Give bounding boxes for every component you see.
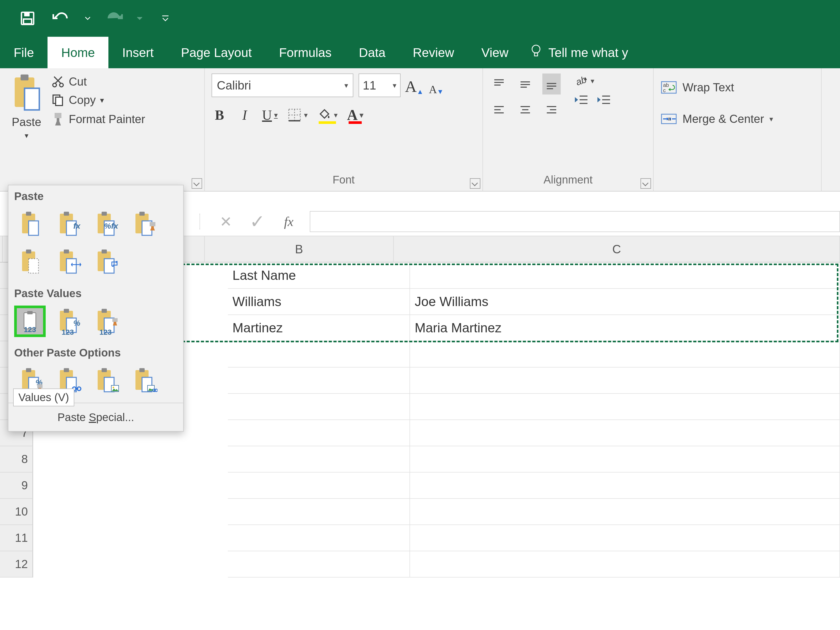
row-header[interactable]: 9: [0, 472, 33, 499]
copy-dropdown[interactable]: ▾: [100, 96, 104, 105]
align-center-button[interactable]: [516, 100, 534, 121]
paste-special-menuitem[interactable]: Paste Special...: [8, 405, 183, 431]
tab-data[interactable]: Data: [345, 37, 399, 68]
formula-cancel-button[interactable]: ✕: [210, 212, 242, 231]
wrap-text-button[interactable]: abc Wrap Text: [660, 76, 814, 99]
copy-button[interactable]: Copy ▾: [51, 93, 145, 107]
paste-keep-col-width-button[interactable]: [52, 246, 84, 278]
svg-rect-71: [27, 311, 33, 314]
cell[interactable]: [410, 446, 840, 472]
quick-access-toolbar: [0, 0, 840, 37]
align-top-button[interactable]: [490, 74, 508, 95]
cell[interactable]: [228, 499, 410, 525]
paste-values-number-fmt-button[interactable]: %123: [52, 306, 84, 337]
cell[interactable]: [410, 394, 840, 420]
cell[interactable]: [410, 499, 840, 525]
tab-insert[interactable]: Insert: [108, 37, 167, 68]
decrease-indent-button[interactable]: [574, 93, 589, 107]
customize-qat-button[interactable]: [162, 15, 169, 22]
paste-dropdown-caret[interactable]: ▾: [25, 131, 28, 140]
grow-font-button[interactable]: A▲: [406, 75, 423, 96]
tab-page-layout[interactable]: Page Layout: [167, 37, 265, 68]
undo-button[interactable]: [50, 6, 74, 30]
cell[interactable]: [410, 551, 840, 578]
paste-no-borders-button[interactable]: [14, 246, 46, 278]
row-header[interactable]: 8: [0, 446, 33, 472]
cell[interactable]: [228, 420, 410, 446]
paste-button[interactable]: Paste ▾: [7, 74, 46, 140]
shrink-font-button[interactable]: A▼: [428, 75, 445, 96]
align-bottom-button[interactable]: [542, 74, 561, 95]
font-size-combo[interactable]: 11▾: [358, 74, 401, 97]
paste-formulas-button[interactable]: fx: [52, 208, 84, 240]
cell[interactable]: Last Name: [228, 262, 410, 289]
cell[interactable]: Martinez: [228, 315, 410, 341]
cut-button[interactable]: Cut: [51, 75, 145, 88]
cell[interactable]: Maria Martinez: [410, 315, 840, 341]
save-button[interactable]: [16, 6, 39, 30]
column-header-b[interactable]: B: [205, 236, 394, 262]
cell[interactable]: [410, 262, 840, 289]
clipboard-dialog-launcher[interactable]: [192, 178, 202, 189]
paste-picture-button[interactable]: [90, 365, 121, 396]
cell[interactable]: [410, 420, 840, 446]
cell[interactable]: [410, 525, 840, 551]
bold-button[interactable]: B: [212, 104, 227, 125]
merge-center-button[interactable]: a Merge & Center ▾: [660, 107, 814, 131]
tab-home[interactable]: Home: [47, 37, 108, 68]
paste-transpose-button[interactable]: [90, 246, 121, 278]
cell[interactable]: [228, 472, 410, 499]
format-painter-button[interactable]: Format Painter: [51, 112, 145, 126]
tab-file[interactable]: File: [0, 37, 47, 68]
font-dialog-launcher[interactable]: [470, 178, 480, 189]
underline-button[interactable]: U▾: [262, 104, 278, 125]
paste-linked-picture-button[interactable]: [128, 365, 159, 396]
redo-dropdown[interactable]: [136, 15, 143, 22]
increase-indent-button[interactable]: [597, 93, 611, 107]
alignment-group-label: Alignment: [490, 171, 646, 188]
font-color-button[interactable]: A▾: [347, 104, 363, 125]
cell[interactable]: [410, 341, 840, 368]
paste-values-button[interactable]: 123: [14, 306, 46, 337]
merge-center-label: Merge & Center: [682, 112, 764, 125]
align-left-button[interactable]: [490, 100, 508, 121]
fx-icon[interactable]: fx: [273, 214, 305, 229]
redo-button[interactable]: [102, 6, 125, 30]
borders-button[interactable]: ▾: [287, 104, 308, 125]
cell[interactable]: [410, 368, 840, 394]
undo-dropdown[interactable]: [84, 15, 92, 22]
select-all-triangle[interactable]: [0, 236, 3, 262]
paste-all-button[interactable]: [14, 208, 46, 240]
column-header-c[interactable]: C: [394, 236, 840, 262]
align-right-button[interactable]: [542, 100, 561, 121]
cell[interactable]: Williams: [228, 289, 410, 315]
row-header[interactable]: 10: [0, 499, 33, 525]
tab-view[interactable]: View: [468, 37, 522, 68]
align-middle-button[interactable]: [516, 74, 534, 95]
chevron-down-icon: ▾: [769, 115, 773, 123]
cell[interactable]: [228, 525, 410, 551]
cell[interactable]: [228, 368, 410, 394]
tab-review[interactable]: Review: [399, 37, 467, 68]
row-header[interactable]: 12: [0, 551, 33, 578]
cell[interactable]: [228, 394, 410, 420]
formula-enter-button[interactable]: ✓: [242, 212, 273, 231]
cell[interactable]: [228, 341, 410, 368]
orientation-button[interactable]: ab▾: [574, 74, 611, 88]
cell[interactable]: Joe Williams: [410, 289, 840, 315]
tell-me-box[interactable]: Tell me what y: [522, 37, 642, 68]
row-header[interactable]: 11: [0, 525, 33, 551]
paste-values-source-fmt-button[interactable]: 123: [90, 306, 121, 337]
fill-color-button[interactable]: ▾: [317, 104, 338, 125]
cell[interactable]: [228, 446, 410, 472]
paste-keep-source-fmt-button[interactable]: [128, 208, 159, 240]
font-name-combo[interactable]: Calibri▾: [212, 74, 353, 97]
svg-rect-58: [139, 212, 145, 216]
cell[interactable]: [228, 551, 410, 578]
formula-input[interactable]: [310, 211, 840, 232]
tab-formulas[interactable]: Formulas: [265, 37, 345, 68]
italic-button[interactable]: I: [237, 104, 253, 125]
cell[interactable]: [410, 472, 840, 499]
paste-formulas-number-fmt-button[interactable]: %fx: [90, 208, 121, 240]
alignment-dialog-launcher[interactable]: [641, 178, 651, 189]
